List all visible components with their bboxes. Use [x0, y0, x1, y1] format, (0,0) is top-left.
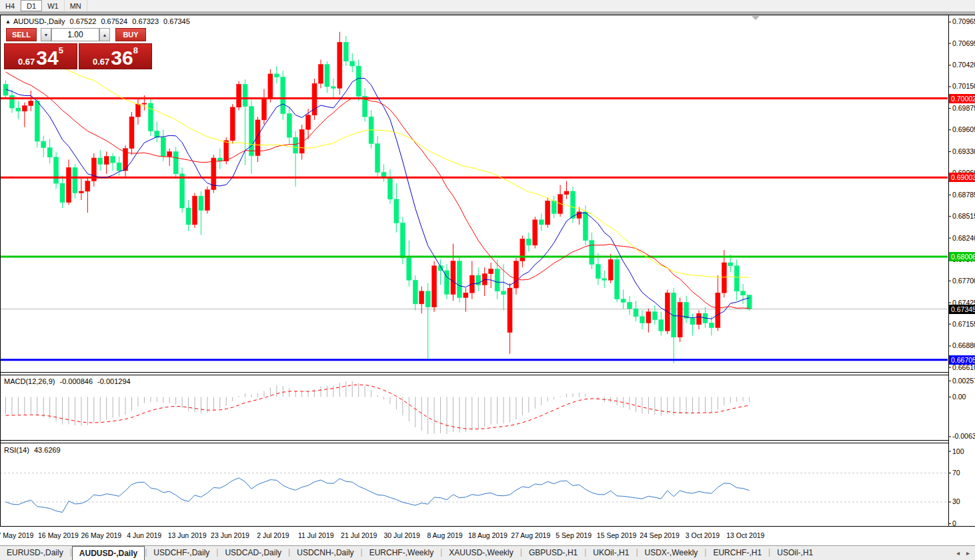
date-label: 16 May 2019	[38, 531, 79, 539]
tab-ukoil-h1[interactable]: UKOil-,H1	[586, 546, 636, 560]
price-tick-0.67155: 0.67155	[952, 320, 975, 328]
chart-shift-marker	[752, 16, 760, 20]
chart-tab-bar: EURUSD-,Daily|AUDUSD-,Daily|USDCHF-,Dail…	[0, 545, 975, 560]
date-label: 13 Jun 2019	[168, 531, 207, 539]
candles-layer	[3, 32, 752, 363]
buy-price-sup: 8	[133, 45, 138, 55]
tab-usdcad-daily[interactable]: USDCAD-,Daily	[218, 546, 288, 560]
quote-close: 0.67345	[163, 17, 190, 25]
tab-eurchf-h1[interactable]: EURCHF-,H1	[706, 546, 768, 560]
macd-signal-value: -0.001294	[97, 377, 131, 385]
macd-signal-line	[6, 385, 750, 429]
macd-tick--0.006326: -0.006326	[952, 432, 975, 440]
rsi-tick-70: 70	[952, 469, 960, 477]
tab-usdx-weekly[interactable]: USDX-,Weekly	[638, 546, 705, 560]
date-label: 23 Jun 2019	[211, 531, 249, 539]
buy-price-big: 36	[111, 49, 133, 67]
date-label: 11 Jul 2019	[298, 531, 334, 539]
sell-price-sup: 5	[59, 45, 63, 55]
one-click-trading-panel: SELL ▼ 1.00 ▲ BUY 0.67 34 5 0.67 36 8	[4, 28, 153, 69]
rsi-tick-0: 0	[952, 519, 956, 527]
price-tick-0.70150: 0.70150	[952, 82, 975, 90]
current-price-tag: 0.67345	[949, 305, 975, 314]
macd-tick-0.002574: 0.002574	[952, 377, 975, 385]
volume-decrease-button[interactable]: ▼	[41, 28, 51, 41]
tab-eurusd-daily[interactable]: EURUSD-,Daily	[0, 546, 70, 560]
sell-price-base: 0.67	[18, 57, 35, 67]
price-tick-0.70695: 0.70695	[952, 39, 975, 47]
rsi-title: RSI(14)	[4, 446, 29, 454]
price-tick-0.69605: 0.69605	[952, 125, 975, 133]
date-label: 3 Oct 2019	[686, 531, 720, 539]
date-label: 7 May 2019	[0, 531, 33, 539]
rsi-line	[6, 478, 750, 513]
level-tag-0.69003: 0.69003	[949, 173, 975, 182]
price-tick-0.70965: 0.70965	[952, 17, 975, 25]
level-tag-0.66705: 0.66705	[949, 355, 975, 365]
macd-title: MACD(12,26,9)	[4, 377, 55, 385]
macd-main-value: -0.000846	[59, 377, 93, 385]
tab-eurchf-weekly[interactable]: EURCHF-,Weekly	[363, 546, 440, 560]
date-label: 5 Sep 2019	[556, 531, 592, 539]
tab-gbpusd-h1[interactable]: GBPUSD-,H1	[522, 546, 584, 560]
tab-scroll-arrows: ◂▸	[956, 546, 975, 560]
date-label: 2 Jul 2019	[257, 531, 289, 539]
sell-button[interactable]: SELL	[6, 28, 37, 41]
buy-price-box[interactable]: 0.67 36 8	[79, 43, 152, 69]
date-label: 26 May 2019	[81, 531, 121, 539]
quote-open: 0.67522	[70, 17, 97, 25]
level-tag-0.70002: 0.70002	[949, 94, 975, 103]
quote-low: 0.67323	[132, 17, 159, 25]
date-label: 18 Aug 2019	[468, 531, 508, 539]
level-tag-0.68006: 0.68006	[949, 252, 975, 261]
tab-audusd-daily[interactable]: AUDUSD-,Daily	[72, 546, 145, 560]
date-label: 4 Jun 2019	[127, 531, 161, 539]
tab-usdcnh-daily[interactable]: USDCNH-,Daily	[290, 546, 360, 560]
price-tick-0.67700: 0.67700	[952, 277, 975, 285]
date-label: 27 Aug 2019	[511, 531, 550, 539]
rsi-label: RSI(14) 43.6269	[4, 446, 63, 454]
mid-ma	[6, 72, 750, 309]
price-tick-0.66880: 0.66880	[952, 341, 975, 349]
symbol-label: AUDUSD-,Daily	[13, 17, 65, 25]
macd-tick-0.00: 0.00	[952, 393, 966, 401]
price-tick-0.69330: 0.69330	[952, 147, 975, 155]
macd-label: MACD(12,26,9) -0.000846 -0.001294	[4, 377, 133, 385]
tab-scroll-left-icon[interactable]: ◂	[956, 549, 960, 557]
main-price-panel	[0, 32, 948, 363]
volume-increase-button[interactable]: ▲	[99, 28, 110, 41]
date-label: 30 Jul 2019	[383, 531, 419, 539]
terminal-window: H4 D1 W1 MN ▲AUDUSD-,Daily 0.67522 0.675…	[0, 0, 975, 560]
rsi-tick-30: 30	[952, 497, 960, 505]
volume-input[interactable]: 1.00	[51, 28, 99, 41]
quote-high: 0.67524	[101, 17, 127, 25]
date-label: 8 Aug 2019	[427, 531, 462, 539]
fast-ma	[6, 78, 750, 319]
date-label: 13 Oct 2019	[726, 531, 764, 539]
sell-price-big: 34	[36, 49, 58, 67]
date-label: 21 Jul 2019	[341, 531, 377, 539]
price-tick-0.68785: 0.68785	[952, 191, 975, 199]
buy-price-base: 0.67	[93, 57, 109, 67]
price-tick-0.68240: 0.68240	[952, 234, 975, 242]
sell-price-box[interactable]: 0.67 34 5	[4, 43, 77, 69]
rsi-panel	[0, 473, 948, 513]
macd-panel	[6, 381, 750, 434]
chart-canvas[interactable]	[0, 0, 975, 560]
price-tick-0.70420: 0.70420	[952, 61, 975, 69]
date-label: 24 Sep 2019	[640, 531, 680, 539]
tab-xauusd-weekly[interactable]: XAUUSD-,Weekly	[442, 546, 520, 560]
price-tick-0.68515: 0.68515	[952, 212, 975, 220]
tab-usdchf-daily[interactable]: USDCHF-,Daily	[147, 546, 216, 560]
buy-button[interactable]: BUY	[115, 28, 146, 41]
rsi-value: 43.6269	[34, 446, 61, 454]
price-tick-0.69875: 0.69875	[952, 104, 975, 112]
date-label: 15 Sep 2019	[597, 531, 637, 539]
symbol-collapse-icon[interactable]: ▲	[5, 19, 11, 25]
tab-scroll-right-icon[interactable]: ▸	[966, 549, 970, 557]
quote-header: ▲AUDUSD-,Daily 0.67522 0.67524 0.67323 0…	[5, 17, 193, 25]
tab-usoil-h1[interactable]: USOil-,H1	[770, 546, 820, 560]
rsi-tick-100: 100	[952, 447, 964, 455]
